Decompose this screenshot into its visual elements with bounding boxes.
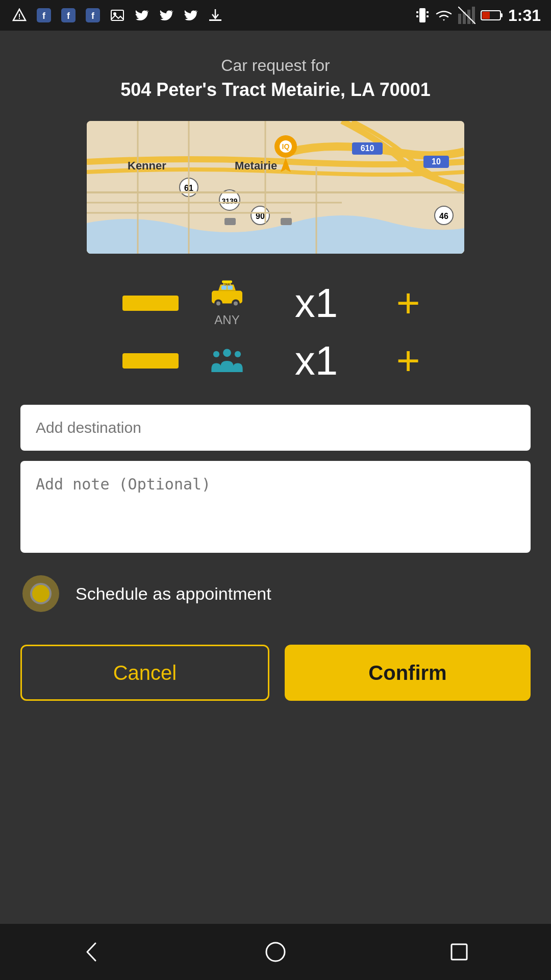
back-icon: [79, 939, 105, 965]
status-time: 1:31: [508, 6, 541, 25]
schedule-section: Schedule as appointment: [20, 573, 531, 614]
destination-input[interactable]: [20, 405, 531, 451]
svg-text:IQ: IQ: [282, 142, 290, 151]
home-button[interactable]: [258, 934, 293, 970]
svg-text:Kenner: Kenner: [128, 159, 166, 172]
recents-icon: [446, 939, 472, 965]
passenger-count-display: x1: [276, 337, 357, 384]
battery-icon: [481, 9, 503, 21]
twitter-icon-3: [182, 6, 200, 24]
svg-point-64: [235, 351, 241, 357]
plus-icon-passenger: +: [396, 340, 420, 381]
home-icon: [263, 939, 288, 965]
status-icons-left: ! f f f: [10, 6, 224, 24]
svg-rect-54: [228, 286, 233, 290]
facebook-icon-3: f: [84, 6, 102, 24]
image-icon: [108, 6, 127, 24]
vibrate-icon: [415, 6, 430, 24]
svg-text:f: f: [67, 11, 70, 21]
svg-text:10: 10: [432, 157, 441, 166]
input-section: [20, 405, 531, 553]
svg-point-63: [213, 351, 219, 357]
svg-point-62: [223, 349, 231, 357]
button-row: Cancel Confirm: [20, 645, 531, 701]
svg-text:46: 46: [439, 212, 448, 220]
svg-text:3139: 3139: [221, 197, 237, 205]
svg-rect-53: [221, 286, 227, 290]
cancel-button[interactable]: Cancel: [20, 645, 269, 701]
twitter-icon-2: [157, 6, 176, 24]
toggle-outer: [22, 575, 59, 612]
svg-rect-13: [416, 11, 418, 13]
car-type-selector: TAXI ANY: [209, 279, 245, 327]
svg-point-65: [266, 943, 285, 961]
passenger-increment-button[interactable]: +: [388, 340, 429, 381]
svg-rect-48: [281, 218, 292, 225]
wifi-icon: [435, 8, 453, 23]
svg-text:f: f: [42, 11, 46, 21]
svg-point-56: [216, 302, 220, 306]
svg-rect-66: [452, 944, 467, 960]
people-icon: [209, 346, 245, 376]
bottom-nav: [0, 924, 551, 980]
map-svg: 610 10 61 3139 90 46: [87, 121, 464, 254]
toggle-inner: [30, 583, 52, 604]
note-input[interactable]: [20, 461, 531, 553]
car-count-row: TAXI ANY x1 +: [20, 279, 531, 327]
svg-text:!: !: [18, 12, 21, 20]
plus-icon-car: +: [396, 283, 420, 324]
title-section: Car request for 504 Peter's Tract Metair…: [120, 56, 431, 101]
twitter-icon-1: [133, 6, 151, 24]
back-button[interactable]: [74, 934, 110, 970]
svg-rect-23: [500, 13, 503, 17]
confirm-button[interactable]: Confirm: [285, 645, 531, 701]
map-container: 610 10 61 3139 90 46: [87, 121, 464, 254]
schedule-toggle[interactable]: [20, 573, 61, 614]
passenger-decrement-button[interactable]: [122, 353, 179, 369]
signal-icon: [458, 7, 475, 24]
svg-rect-16: [427, 15, 429, 17]
svg-rect-10: [209, 19, 221, 21]
main-content: Car request for 504 Peter's Tract Metair…: [0, 31, 551, 924]
svg-point-9: [113, 12, 116, 15]
svg-point-58: [234, 302, 238, 306]
request-subtitle: Car request for: [120, 56, 431, 75]
svg-rect-8: [111, 10, 123, 20]
svg-text:f: f: [91, 11, 95, 21]
status-bar: ! f f f: [0, 0, 551, 31]
svg-rect-17: [458, 14, 461, 24]
facebook-icon-2: f: [59, 6, 78, 24]
alert-icon: !: [10, 6, 29, 24]
svg-rect-47: [224, 218, 236, 225]
schedule-label: Schedule as appointment: [76, 584, 271, 604]
status-icons-right: 1:31: [415, 6, 541, 25]
passenger-icon-container: [209, 346, 245, 376]
request-address: 504 Peter's Tract Metairie, LA 70001: [120, 79, 431, 101]
svg-rect-24: [482, 12, 490, 19]
car-type-label: ANY: [214, 313, 239, 327]
controls-section: TAXI ANY x1 +: [20, 279, 531, 384]
taxi-icon: TAXI: [209, 279, 245, 310]
car-increment-button[interactable]: +: [388, 283, 429, 324]
car-decrement-button[interactable]: [122, 296, 179, 311]
svg-rect-14: [427, 11, 429, 13]
svg-text:TAXI: TAXI: [224, 283, 230, 286]
recents-button[interactable]: [441, 934, 477, 970]
svg-rect-61: [222, 281, 232, 283]
svg-rect-15: [416, 15, 418, 17]
svg-text:Metairie: Metairie: [235, 159, 277, 172]
download-icon: [206, 6, 224, 24]
passenger-count-row: x1 +: [20, 337, 531, 384]
svg-rect-12: [419, 8, 425, 22]
facebook-icon-1: f: [35, 6, 53, 24]
svg-text:610: 610: [361, 144, 374, 153]
car-count-display: x1: [276, 280, 357, 327]
